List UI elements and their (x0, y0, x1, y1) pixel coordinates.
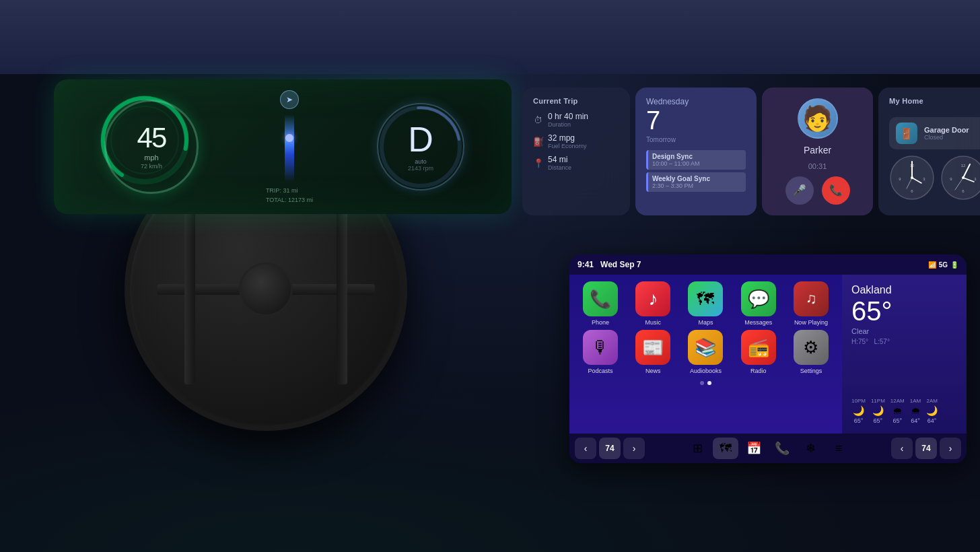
wheel-center-hub (239, 263, 293, 316)
gear-circle: D auto 2143 rpm (377, 103, 464, 191)
weather-city: Oakland (851, 284, 957, 296)
carplay-bottom-bar: ‹ 74 › ⊞ 🗺 📅 📞 ❄ ≡ ‹ 74 › (569, 434, 967, 463)
settings-icon: ⚙ (794, 330, 829, 365)
bottom-menu-icon[interactable]: ≡ (826, 438, 851, 459)
nav-arrow-icon: ➤ (280, 90, 299, 109)
duration-label: Duration (548, 121, 588, 128)
music-icon: ♪ (635, 281, 670, 316)
bottom-app-icons: ⊞ 🗺 📅 📞 ❄ ≡ (685, 438, 851, 459)
duration-value: 0 hr 40 min (548, 112, 588, 121)
hour-1-icon: 🌙 (853, 405, 864, 416)
forward-button[interactable]: › (623, 438, 645, 459)
trip-distance-row: 📍 54 mi Distance (533, 155, 619, 171)
wheel-spoke-right (337, 195, 347, 385)
end-call-button[interactable]: 📞 (822, 176, 850, 205)
phone-label: Phone (592, 319, 609, 326)
audiobooks-label: Audiobooks (690, 368, 722, 374)
weather-hour-5: 2AM 🌙 64° (926, 398, 938, 424)
call-controls: 🎤 📞 (785, 176, 850, 205)
fuel-icon: ⛽ (533, 137, 542, 147)
analog-clock-1: 12 3 6 9 (889, 155, 935, 201)
app-music[interactable]: ♪ Music (629, 281, 677, 326)
hour-4-time: 1AM (910, 398, 921, 404)
nav-bar (285, 114, 294, 182)
battery-icon: 🔋 (950, 261, 958, 269)
hour-4-temp: 64° (911, 417, 920, 424)
hour-5-time: 2AM (926, 398, 937, 404)
page-dot-2[interactable] (707, 381, 711, 385)
calendar-event-2[interactable]: Weekly Goal Sync 2:30 – 3:30 PM (646, 172, 746, 192)
gear-indicator: D auto 2143 rpm (374, 100, 468, 194)
bottom-calendar-icon[interactable]: 📅 (741, 438, 767, 459)
wheel-spoke-left (184, 195, 195, 385)
nowplaying-label: Now Playing (794, 319, 828, 326)
weather-hour-2: 11PM 🌙 65° (871, 398, 885, 424)
svg-text:12: 12 (910, 164, 915, 168)
hour-5-temp: 64° (928, 417, 937, 424)
call-card: 🧑 Parker 00:31 🎤 📞 (762, 88, 873, 215)
calendar-event-1[interactable]: Design Sync 10:00 – 11:00 AM (646, 150, 746, 170)
hour-3-temp: 65° (893, 417, 902, 424)
app-nowplaying[interactable]: ♫ Now Playing (787, 281, 835, 326)
garage-status: Closed (924, 134, 969, 141)
settings-label: Settings (800, 368, 823, 374)
event-1-time: 10:00 – 11:00 AM (652, 160, 742, 167)
status-time-date: 9:41 Wed Sep 7 (578, 260, 641, 269)
forward-button-right[interactable]: › (940, 438, 961, 459)
speedometer: 45 mph 72 km/h (98, 93, 205, 201)
apps-row-1: 📞 Phone ♪ Music 🗺 Maps 💬 Messages ♫ (576, 281, 835, 326)
trip-odometer: TRIP: 31 mi TOTAL: 12173 mi (266, 187, 313, 203)
carplay-apps: 📞 Phone ♪ Music 🗺 Maps 💬 Messages ♫ (569, 275, 842, 434)
hour-2-time: 11PM (871, 398, 885, 404)
app-news[interactable]: 📰 News (629, 330, 677, 374)
clock-icon: ⏱ (533, 115, 542, 125)
call-duration: 00:31 (808, 162, 827, 170)
bottom-phone-icon[interactable]: 📞 (769, 438, 795, 459)
page-dot-1[interactable] (700, 381, 704, 385)
maps-label: Maps (698, 319, 713, 326)
bottom-maps-icon[interactable]: 🗺 (713, 438, 738, 459)
mute-button[interactable]: 🎤 (785, 176, 814, 205)
hour-5-icon: 🌙 (926, 405, 938, 416)
economy-label: Fuel Economy (548, 143, 587, 149)
radio-label: Radio (750, 368, 767, 374)
carplay-status-bar: 9:41 Wed Sep 7 📶 5G 🔋 (569, 254, 967, 275)
hour-2-icon: 🌙 (872, 405, 884, 416)
app-podcasts[interactable]: 🎙 Podcasts (576, 330, 625, 374)
nav-dot (285, 134, 293, 142)
app-audiobooks[interactable]: 📚 Audiobooks (681, 330, 730, 374)
calendar-day-name: Wednesday (646, 97, 746, 106)
messages-icon: 💬 (741, 281, 776, 316)
back-button-right[interactable]: ‹ (891, 438, 913, 459)
calendar-day-number: 7 (646, 108, 746, 133)
apps-row-2: 🎙 Podcasts 📰 News 📚 Audiobooks 📻 Radio ⚙ (576, 330, 835, 374)
radio-icon: 📻 (741, 330, 776, 365)
garage-door-row[interactable]: 🚪 Garage Door Closed (889, 117, 980, 149)
app-settings[interactable]: ⚙ Settings (787, 330, 835, 374)
app-maps[interactable]: 🗺 Maps (681, 281, 730, 326)
distance-icon: 📍 (533, 158, 542, 168)
distance-label: Distance (548, 164, 571, 171)
hour-3-icon: 🌧 (893, 405, 902, 416)
dashboard-cards: Current Trip ⏱ 0 hr 40 min Duration ⛽ 32… (522, 88, 967, 215)
weather-desc: Clear (851, 327, 957, 335)
svg-text:12: 12 (961, 164, 966, 168)
app-phone[interactable]: 📞 Phone (576, 281, 625, 326)
network-type: 5G (939, 261, 948, 269)
trip-economy-row: ⛽ 32 mpg Fuel Economy (533, 133, 619, 149)
app-radio[interactable]: 📻 Radio (734, 330, 783, 374)
hour-4-icon: 🌧 (911, 405, 920, 416)
gear-sub: auto (415, 158, 427, 165)
weather-hl: H:75° L:57° (851, 338, 957, 345)
garage-name: Garage Door (924, 126, 969, 134)
speed-sub: 72 km/h (141, 163, 162, 170)
weather-hour-1: 10PM 🌙 65° (851, 398, 866, 424)
news-label: News (645, 368, 661, 374)
bottom-fan-icon[interactable]: ❄ (798, 438, 823, 459)
bottom-home-icon[interactable]: ⊞ (685, 438, 710, 459)
analog-clock-2: 12 3 6 9 (940, 155, 980, 201)
back-button[interactable]: ‹ (575, 438, 596, 459)
caller-name: Parker (804, 145, 831, 156)
gear-value: D (408, 122, 433, 157)
app-messages[interactable]: 💬 Messages (734, 281, 783, 326)
